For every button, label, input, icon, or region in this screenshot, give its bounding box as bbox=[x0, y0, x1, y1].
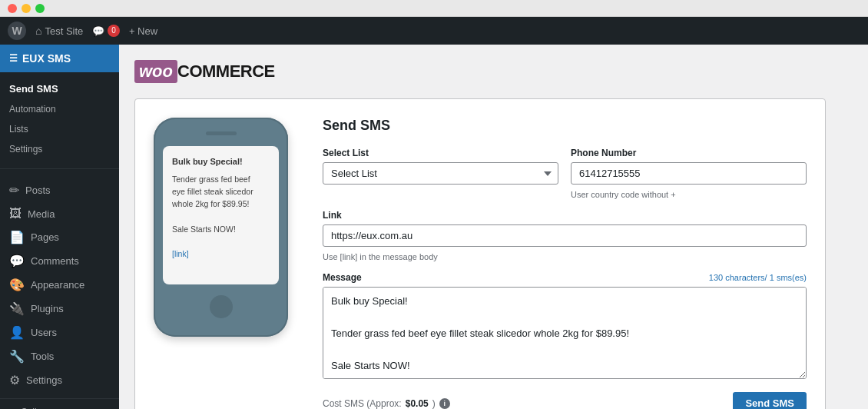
message-group: Message 130 characters/ 1 sms(es) Bulk b… bbox=[323, 272, 807, 381]
send-sms-label: Send SMS bbox=[9, 83, 58, 95]
form-title: Send SMS bbox=[323, 118, 807, 134]
sidebar-item-posts[interactable]: ✏ Posts bbox=[0, 178, 119, 202]
content-area: woo COMMERCE Bulk buy Special! Tender gr… bbox=[119, 45, 868, 409]
admin-bar-comments[interactable]: 💬 0 bbox=[92, 25, 120, 37]
menu-icon: ☰ bbox=[9, 53, 18, 64]
appearance-icon: 🎨 bbox=[9, 278, 25, 292]
posts-icon: ✏ bbox=[9, 183, 19, 198]
sidebar-item-users[interactable]: 👤 Users bbox=[0, 321, 119, 344]
automation-label: Automation bbox=[9, 104, 56, 115]
cost-label: Cost SMS (Approx: bbox=[323, 398, 402, 409]
tools-label: Tools bbox=[31, 351, 54, 362]
sidebar-item-pages[interactable]: 📄 Pages bbox=[0, 225, 119, 249]
plugin-header[interactable]: ☰ EUX SMS bbox=[0, 45, 119, 72]
sidebar: ☰ EUX SMS Send SMS Automation Lists Sett… bbox=[0, 45, 119, 409]
link-input[interactable] bbox=[323, 224, 807, 247]
message-header: Message 130 characters/ 1 sms(es) bbox=[323, 272, 807, 283]
site-name: Test Site bbox=[45, 25, 83, 37]
wp-logo[interactable]: W bbox=[8, 22, 26, 40]
phone-hint: User country code without + bbox=[571, 190, 807, 199]
woo-logo: woo COMMERCE bbox=[134, 60, 275, 83]
plugins-label: Plugins bbox=[31, 303, 64, 314]
appearance-label: Appearance bbox=[31, 279, 84, 291]
link-hint: Use [link] in the message body bbox=[323, 252, 807, 261]
woo-logo-text-part: COMMERCE bbox=[177, 62, 275, 81]
phone-screen: Bulk buy Special! Tender grass fed beef … bbox=[163, 146, 279, 284]
form-footer: Cost SMS (Approx: $0.05 ) i Send SMS bbox=[323, 392, 807, 409]
sidebar-item-plugins[interactable]: 🔌 Plugins bbox=[0, 297, 119, 321]
sidebar-item-comments[interactable]: 💬 Comments bbox=[0, 249, 119, 273]
settings-wp-label: Settings bbox=[26, 374, 62, 386]
form-row-link: Link Use [link] in the message body bbox=[323, 210, 807, 261]
info-icon[interactable]: i bbox=[439, 398, 450, 409]
phone-mockup-container: Bulk buy Special! Tender grass fed beef … bbox=[154, 118, 300, 409]
woo-logo-w-part: woo bbox=[134, 60, 177, 83]
users-icon: 👤 bbox=[9, 325, 25, 340]
phone-link: [link] bbox=[172, 249, 189, 258]
sidebar-item-lists[interactable]: Lists bbox=[0, 119, 119, 139]
phone-home-button bbox=[210, 295, 233, 318]
main-panel: Bulk buy Special! Tender grass fed beef … bbox=[134, 98, 826, 409]
select-list-input[interactable]: Select List bbox=[323, 162, 558, 185]
home-icon: ⌂ bbox=[35, 25, 41, 37]
link-group: Link Use [link] in the message body bbox=[323, 210, 807, 261]
minimize-button[interactable] bbox=[22, 4, 31, 13]
main-layout: ☰ EUX SMS Send SMS Automation Lists Sett… bbox=[0, 45, 868, 409]
plugin-title: EUX SMS bbox=[22, 52, 71, 65]
message-textarea[interactable]: Bulk buy Special! Tender grass fed beef … bbox=[323, 287, 807, 379]
sidebar-divider bbox=[0, 168, 119, 169]
woo-header: woo COMMERCE bbox=[134, 60, 853, 83]
sidebar-item-settings[interactable]: Settings bbox=[0, 139, 119, 159]
sidebar-item-media[interactable]: 🖼 Media bbox=[0, 202, 119, 225]
admin-bar: W ⌂ Test Site 💬 0 + New bbox=[0, 17, 868, 45]
admin-bar-home[interactable]: ⌂ Test Site bbox=[35, 25, 83, 37]
wp-menu: ✏ Posts 🖼 Media 📄 Pages 💬 Comments 🎨 App… bbox=[0, 172, 119, 398]
phone-number-input[interactable] bbox=[571, 162, 807, 185]
cost-suffix: ) bbox=[432, 398, 436, 409]
users-label: Users bbox=[31, 327, 57, 338]
sidebar-item-settings-wp[interactable]: ⚙ Settings bbox=[0, 368, 119, 392]
close-button[interactable] bbox=[8, 4, 17, 13]
phone-number-label: Phone Number bbox=[571, 148, 807, 158]
collapse-menu[interactable]: ◀ Collapse menu bbox=[0, 398, 119, 409]
comments-icon: 💬 bbox=[92, 25, 104, 37]
new-label: + New bbox=[129, 25, 157, 37]
pages-label: Pages bbox=[31, 231, 59, 243]
pages-icon: 📄 bbox=[9, 230, 25, 244]
media-label: Media bbox=[28, 208, 55, 220]
phone-line1: Tender grass fed beef bbox=[172, 175, 250, 184]
sidebar-item-automation[interactable]: Automation bbox=[0, 99, 119, 119]
form-row-list-phone: Select List Select List Phone Number Use… bbox=[323, 148, 807, 199]
plugin-menu: Send SMS Automation Lists Settings bbox=[0, 72, 119, 165]
tools-icon: 🔧 bbox=[9, 349, 25, 364]
posts-label: Posts bbox=[25, 185, 51, 196]
sidebar-item-send-sms[interactable]: Send SMS bbox=[0, 78, 119, 99]
cost-sms: Cost SMS (Approx: $0.05 ) i bbox=[323, 398, 450, 409]
phone-mockup: Bulk buy Special! Tender grass fed beef … bbox=[154, 118, 288, 337]
send-sms-button[interactable]: Send SMS bbox=[733, 392, 807, 409]
admin-bar-new[interactable]: + New bbox=[129, 25, 157, 37]
settings-label: Settings bbox=[9, 144, 42, 155]
phone-line2: eye fillet steak slicedor bbox=[172, 187, 253, 196]
phone-number-group: Phone Number User country code without + bbox=[571, 148, 807, 199]
comments-nav-icon: 💬 bbox=[9, 254, 25, 268]
window-chrome bbox=[0, 0, 868, 17]
phone-speaker bbox=[206, 131, 237, 135]
sidebar-item-tools[interactable]: 🔧 Tools bbox=[0, 344, 119, 368]
send-sms-form: Send SMS Select List Select List Phone N… bbox=[323, 118, 807, 409]
phone-screen-body: Tender grass fed beef eye fillet steak s… bbox=[172, 173, 270, 261]
message-char-count: 130 characters/ 1 sms(es) bbox=[709, 273, 807, 282]
maximize-button[interactable] bbox=[35, 4, 45, 13]
cost-value: $0.05 bbox=[406, 398, 429, 409]
comments-nav-label: Comments bbox=[31, 255, 79, 267]
plugins-icon: 🔌 bbox=[9, 301, 25, 316]
select-list-label: Select List bbox=[323, 148, 558, 158]
phone-screen-title: Bulk buy Special! bbox=[172, 155, 270, 168]
link-label: Link bbox=[323, 210, 807, 221]
media-icon: 🖼 bbox=[9, 207, 22, 221]
message-label: Message bbox=[323, 272, 362, 283]
settings-wp-icon: ⚙ bbox=[9, 373, 20, 387]
phone-line4: Sale Starts NOW! bbox=[172, 224, 236, 234]
sidebar-item-appearance[interactable]: 🎨 Appearance bbox=[0, 273, 119, 297]
comments-badge: 0 bbox=[108, 25, 120, 37]
